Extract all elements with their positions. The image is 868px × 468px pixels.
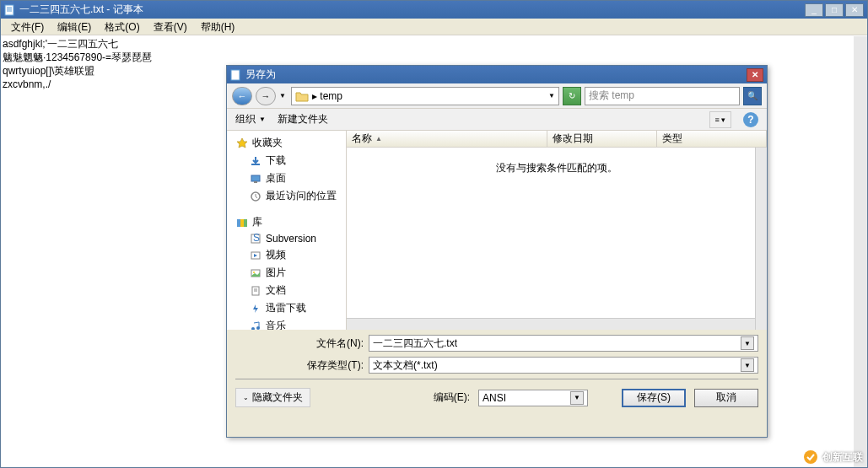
svg-rect-4 xyxy=(231,70,240,80)
desktop-icon xyxy=(249,173,262,185)
dialog-toolbar: 组织 ▼ 新建文件夹 ≡ ▾ ? xyxy=(227,109,767,131)
watermark-text: 创新互联 xyxy=(822,450,863,465)
menu-format[interactable]: 格式(O) xyxy=(98,19,146,35)
close-button[interactable]: ✕ xyxy=(845,3,864,17)
sort-asc-icon: ▲ xyxy=(375,135,382,143)
svg-text:S: S xyxy=(253,233,260,244)
download-icon xyxy=(249,155,262,167)
menu-edit[interactable]: 编辑(E) xyxy=(51,19,98,35)
library-icon xyxy=(235,217,249,229)
encoding-value: ANSI xyxy=(483,392,570,404)
col-date[interactable]: 修改日期 xyxy=(547,131,657,147)
xunlei-icon xyxy=(249,303,262,315)
svg-rect-7 xyxy=(251,175,260,181)
minimize-button[interactable]: _ xyxy=(805,3,823,17)
file-list-vscroll[interactable] xyxy=(755,148,767,330)
nav-back-button[interactable]: ← xyxy=(232,87,252,105)
address-bar[interactable]: ▸ temp ▼ xyxy=(291,87,559,105)
encoding-label: 编码(E): xyxy=(434,390,470,405)
dialog-title: 另存为 xyxy=(245,67,747,82)
filename-value: 一二三四五六七.txt xyxy=(373,336,741,351)
notepad-app-icon xyxy=(4,4,16,16)
address-dropdown-icon[interactable]: ▼ xyxy=(548,92,555,100)
search-placeholder: 搜索 temp xyxy=(589,89,736,103)
filename-input[interactable]: 一二三四五六七.txt ▼ xyxy=(369,335,758,352)
tree-xunlei[interactable]: 迅雷下载 xyxy=(227,299,346,317)
svg-rect-11 xyxy=(240,219,244,227)
svg-point-24 xyxy=(804,450,817,464)
filename-label: 文件名(N): xyxy=(235,336,364,351)
menu-file[interactable]: 文件(F) xyxy=(4,19,51,35)
svg-rect-12 xyxy=(244,219,247,227)
subversion-icon: S xyxy=(249,233,262,245)
dialog-app-icon xyxy=(230,69,242,81)
encoding-select[interactable]: ANSI ▼ xyxy=(478,390,588,406)
hide-folders-button[interactable]: ⌄ 隐藏文件夹 xyxy=(235,388,310,407)
tree-libraries[interactable]: 库 xyxy=(227,213,346,231)
file-list[interactable]: 名称 ▲ 修改日期 类型 没有与搜索条件匹配的项。 xyxy=(347,131,767,330)
chevron-down-icon: ⌄ xyxy=(243,394,249,401)
file-list-header: 名称 ▲ 修改日期 类型 xyxy=(347,131,767,148)
svg-marker-5 xyxy=(237,138,247,148)
refresh-button[interactable]: ↻ xyxy=(563,87,581,105)
notepad-vscrollbar[interactable] xyxy=(854,36,867,467)
svg-point-18 xyxy=(253,272,255,273)
dialog-field-area: 文件名(N): 一二三四五六七.txt ▼ 保存类型(T): 文本文档(*.tx… xyxy=(227,330,767,379)
folder-icon xyxy=(295,90,309,102)
filetype-value: 文本文档(*.txt) xyxy=(373,358,741,373)
filetype-dropdown-icon[interactable]: ▼ xyxy=(741,358,754,372)
text-line: asdfghjkl;'一二三四五六七 xyxy=(3,37,867,51)
dialog-close-button[interactable]: ✕ xyxy=(747,68,763,82)
star-icon xyxy=(235,137,249,149)
empty-message: 没有与搜索条件匹配的项。 xyxy=(347,148,767,175)
col-type[interactable]: 类型 xyxy=(657,131,767,147)
col-name[interactable]: 名称 ▲ xyxy=(347,131,547,147)
cancel-button[interactable]: 取消 xyxy=(694,389,758,407)
video-icon xyxy=(249,250,262,261)
tree-subversion[interactable]: S Subversion xyxy=(227,231,346,246)
help-button[interactable]: ? xyxy=(743,112,758,127)
menu-view[interactable]: 查看(V) xyxy=(147,19,194,35)
notepad-title: 一二三四五六七.txt - 记事本 xyxy=(19,3,805,17)
file-list-hscroll[interactable] xyxy=(347,318,755,330)
tree-favorites[interactable]: 收藏夹 xyxy=(227,134,346,152)
organize-button[interactable]: 组织 ▼ xyxy=(235,112,266,126)
tree-videos[interactable]: 视频 xyxy=(227,246,346,264)
tree-recent[interactable]: 最近访问的位置 xyxy=(227,187,346,205)
dialog-titlebar[interactable]: 另存为 ✕ xyxy=(227,66,767,83)
notepad-titlebar[interactable]: 一二三四五六七.txt - 记事本 _ □ ✕ xyxy=(1,1,867,19)
filename-dropdown-icon[interactable]: ▼ xyxy=(741,336,754,350)
view-options-button[interactable]: ≡ ▾ xyxy=(709,111,731,128)
tree-documents[interactable]: 文档 xyxy=(227,282,346,299)
tree-downloads[interactable]: 下载 xyxy=(227,152,346,169)
watermark: 创新互联 xyxy=(802,449,863,465)
nav-history-dropdown[interactable]: ▼ xyxy=(279,92,288,100)
svg-rect-10 xyxy=(237,219,240,227)
watermark-icon xyxy=(802,449,819,465)
encoding-dropdown-icon[interactable]: ▼ xyxy=(570,391,584,405)
save-as-dialog: 另存为 ✕ ← → ▼ ▸ temp ▼ ↻ 搜索 temp 🔍 组织 ▼ 新建… xyxy=(226,65,768,438)
dialog-navbar: ← → ▼ ▸ temp ▼ ↻ 搜索 temp 🔍 xyxy=(227,83,767,109)
text-line: 魑魅魍魉·1234567890-=琴瑟琵琶 xyxy=(3,51,867,64)
nav-forward-button[interactable]: → xyxy=(256,87,276,105)
svg-rect-8 xyxy=(254,181,257,183)
dialog-body: 收藏夹 下载 桌面 最近访问的位置 库 S Subversion xyxy=(227,131,767,330)
tree-desktop[interactable]: 桌面 xyxy=(227,169,346,187)
new-folder-button[interactable]: 新建文件夹 xyxy=(278,112,328,126)
tree-pictures[interactable]: 图片 xyxy=(227,264,346,282)
recent-icon xyxy=(249,191,262,202)
search-button[interactable]: 🔍 xyxy=(743,87,762,105)
svg-point-23 xyxy=(256,326,260,330)
menu-help[interactable]: 帮助(H) xyxy=(194,19,242,35)
document-icon xyxy=(249,285,262,297)
filetype-select[interactable]: 文本文档(*.txt) ▼ xyxy=(369,357,758,374)
maximize-button[interactable]: □ xyxy=(825,3,844,17)
separator xyxy=(235,379,758,379)
chevron-down-icon: ▼ xyxy=(259,116,266,123)
address-path: ▸ temp xyxy=(312,90,545,102)
tree-music[interactable]: 音乐 xyxy=(227,317,346,330)
nav-tree[interactable]: 收藏夹 下载 桌面 最近访问的位置 库 S Subversion xyxy=(227,131,347,330)
save-button[interactable]: 保存(S) xyxy=(622,389,686,407)
dialog-footer: ⌄ 隐藏文件夹 编码(E): ANSI ▼ 保存(S) 取消 xyxy=(227,388,767,416)
search-input[interactable]: 搜索 temp xyxy=(585,87,740,105)
